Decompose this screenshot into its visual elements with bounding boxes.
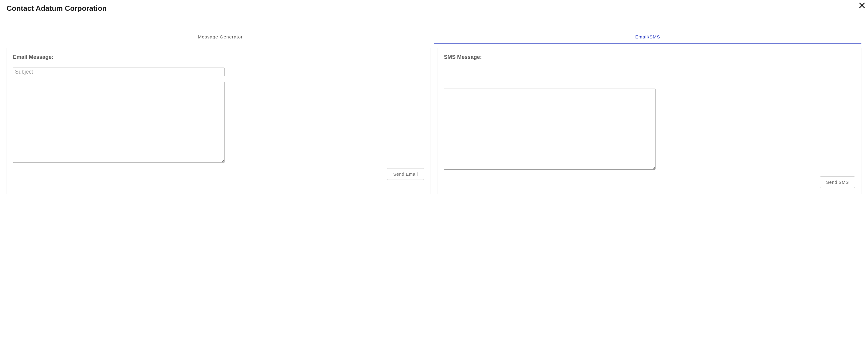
email-panel-title: Email Message:: [13, 54, 424, 60]
email-subject-input[interactable]: [13, 67, 224, 76]
sms-message-textarea[interactable]: [444, 89, 655, 170]
email-message-textarea[interactable]: [13, 82, 224, 163]
send-sms-button[interactable]: Send SMS: [820, 176, 855, 188]
sms-panel: SMS Message: Send SMS: [438, 48, 861, 194]
tab-message-generator[interactable]: Message Generator: [7, 31, 434, 43]
email-button-row: Send Email: [13, 168, 424, 180]
send-email-button[interactable]: Send Email: [387, 168, 424, 180]
sms-button-row: Send SMS: [444, 176, 855, 188]
close-button[interactable]: [858, 2, 866, 10]
content-area: Email Message: Send Email SMS Message: S…: [0, 43, 868, 201]
page-title: Contact Adatum Corporation: [7, 4, 107, 12]
tabs-container: Message Generator Email/SMS: [0, 31, 868, 43]
sms-panel-title: SMS Message:: [444, 54, 855, 60]
email-panel: Email Message: Send Email: [7, 48, 430, 194]
tab-email-sms[interactable]: Email/SMS: [434, 31, 861, 43]
close-icon: [858, 2, 866, 10]
